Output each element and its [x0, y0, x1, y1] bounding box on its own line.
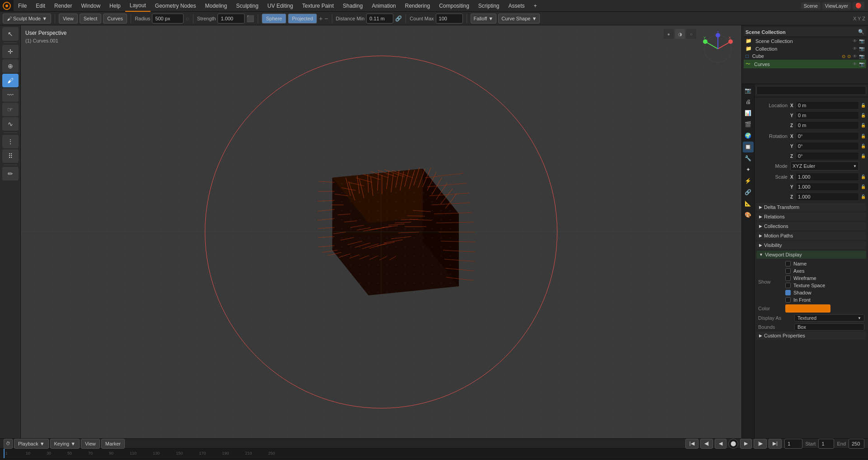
sphere-button[interactable]: Sphere — [262, 14, 286, 24]
location-y-value[interactable]: 0 m — [796, 111, 859, 119]
step-back-btn[interactable]: ◀| — [700, 439, 713, 449]
prop-object-icon[interactable]: 🔲 — [743, 142, 754, 152]
rotation-x-lock[interactable]: 🔓 — [860, 133, 866, 139]
tool-paint[interactable]: 🖌 — [2, 74, 19, 87]
menu-render[interactable]: Render — [50, 0, 76, 12]
rotation-z-value[interactable]: 0° — [796, 152, 859, 160]
prop-physics-icon[interactable]: ⚡ — [743, 175, 754, 186]
prop-view-icon[interactable]: 📊 — [743, 108, 754, 119]
menu-layout[interactable]: Layout — [125, 0, 151, 12]
visibility-section[interactable]: ▶ Visibility — [756, 241, 866, 249]
menu-help[interactable]: Help — [105, 0, 125, 12]
tool-cursor[interactable]: ✛ — [2, 45, 19, 58]
play-fwd-btn[interactable]: ▶ — [740, 439, 752, 449]
scale-x-value[interactable]: 1.000 — [796, 173, 859, 181]
view-layer-selector[interactable]: ViewLayer — [822, 2, 851, 9]
strength-value[interactable]: 1.000 — [217, 14, 245, 24]
scale-x-lock[interactable]: 🔓 — [860, 174, 866, 180]
timeline-bar[interactable]: 1 10 30 50 70 90 110 130 150 170 190 210… — [0, 449, 868, 458]
timeline-playback-btn[interactable]: Playback ▼ — [14, 439, 49, 449]
props-search-input[interactable] — [756, 86, 866, 95]
prop-render-icon[interactable]: 📷 — [743, 85, 754, 96]
outliner-scene-collection[interactable]: 📁 Scene Collection 👁 📷 — [744, 37, 866, 45]
menu-rendering[interactable]: Rendering — [401, 0, 434, 12]
collection-camera-icon[interactable]: 📷 — [859, 46, 864, 51]
viewport-shading-material[interactable]: ◑ — [675, 29, 685, 39]
radius-value[interactable]: 500 px — [152, 14, 184, 24]
prop-data-icon[interactable]: 📐 — [743, 198, 754, 209]
location-x-value[interactable]: 0 m — [796, 101, 859, 109]
custom-properties-section[interactable]: ▶ Custom Properties — [756, 332, 866, 340]
relations-section[interactable]: ▶ Relations — [756, 213, 866, 221]
tool-snake[interactable]: ∿ — [2, 117, 19, 131]
prop-constraints-icon[interactable]: 🔗 — [743, 187, 754, 198]
eye-icon[interactable]: 👁 — [853, 38, 857, 43]
viewport-gizmo[interactable]: X Y Z — [700, 31, 736, 67]
bounds-value[interactable]: Box — [794, 323, 864, 331]
viewport-shading-solid[interactable]: ● — [664, 29, 674, 39]
jump-end-btn[interactable]: ▶| — [769, 439, 782, 449]
scale-z-value[interactable]: 1.000 — [796, 193, 859, 201]
start-frame-input[interactable]: 1 — [818, 439, 834, 449]
shadow-checkbox[interactable] — [785, 290, 791, 295]
location-y-lock[interactable]: 🔓 — [860, 112, 866, 119]
menu-animation[interactable]: Animation — [367, 0, 400, 12]
delta-transform-section[interactable]: ▶ Delta Transform — [756, 203, 866, 211]
view-button[interactable]: View — [59, 14, 78, 24]
prop-output-icon[interactable]: 🖨 — [743, 96, 754, 107]
prop-scene-icon[interactable]: 🎬 — [743, 119, 754, 130]
falloff-dropdown[interactable]: Falloff ▼ — [471, 14, 497, 24]
play-back-btn[interactable]: ◀ — [715, 439, 726, 449]
distance-min-value[interactable]: 0.11 m — [366, 14, 393, 24]
axes-checkbox[interactable] — [785, 268, 791, 274]
count-max-value[interactable]: 100 — [436, 14, 463, 24]
name-checkbox[interactable] — [785, 261, 791, 266]
render-engine[interactable]: 🔴 — [853, 2, 864, 9]
menu-modeling[interactable]: Modeling — [201, 0, 232, 12]
scene-selector[interactable]: Scene — [801, 2, 821, 9]
motion-paths-section[interactable]: ▶ Motion Paths — [756, 232, 866, 240]
menu-add-workspace[interactable]: + — [529, 0, 542, 12]
rotation-x-value[interactable]: 0° — [796, 132, 859, 140]
color-swatch[interactable] — [785, 304, 830, 313]
rotation-y-lock[interactable]: 🔓 — [860, 143, 866, 149]
curves-eye-icon[interactable]: 👁 — [853, 62, 857, 66]
timeline-keying-btn[interactable]: Keying ▼ — [50, 439, 80, 449]
rotation-y-value[interactable]: 0° — [796, 142, 859, 150]
prop-modifiers-icon[interactable]: 🔧 — [743, 153, 754, 164]
end-frame-input[interactable]: 250 — [849, 439, 864, 449]
collections-section[interactable]: ▶ Collections — [756, 222, 866, 230]
curves-camera-icon[interactable]: 📷 — [859, 62, 864, 66]
menu-edit[interactable]: Edit — [31, 0, 50, 12]
tool-annotate[interactable]: ✏ — [2, 167, 19, 180]
menu-geometry-nodes[interactable]: Geometry Nodes — [151, 0, 201, 12]
outliner-filter-icon[interactable]: 🔍 — [858, 29, 864, 35]
viewport-display-section[interactable]: ▼ Viewport Display — [756, 251, 866, 259]
tool-select[interactable]: ↖ — [2, 27, 19, 41]
texture-space-checkbox[interactable] — [785, 283, 791, 288]
timeline-mode[interactable]: ⏱ — [4, 439, 13, 449]
curves-button[interactable]: Curves — [103, 14, 127, 24]
scale-y-lock[interactable]: 🔓 — [860, 184, 866, 190]
tool-density[interactable]: ⠿ — [2, 149, 19, 163]
display-as-dropdown[interactable]: Textured ▼ — [794, 314, 864, 322]
camera-icon[interactable]: 📷 — [859, 38, 864, 43]
in-front-checkbox[interactable] — [785, 297, 791, 303]
menu-scripting[interactable]: Scripting — [474, 0, 504, 12]
curve-shape-dropdown[interactable]: Curve Shape ▼ — [498, 14, 540, 24]
prop-particles-icon[interactable]: ✦ — [743, 164, 754, 175]
tool-smooth[interactable]: 〰 — [2, 88, 19, 102]
tool-comb[interactable]: ⋮ — [2, 135, 19, 148]
tool-move[interactable]: ⊕ — [2, 59, 19, 73]
prop-material-icon[interactable]: 🎨 — [743, 209, 754, 220]
menu-assets[interactable]: Assets — [504, 0, 529, 12]
menu-window[interactable]: Window — [76, 0, 105, 12]
select-button[interactable]: Select — [80, 14, 102, 24]
collection-eye-icon[interactable]: 👁 — [853, 46, 857, 51]
scale-y-value[interactable]: 1.000 — [796, 183, 859, 191]
projected-button[interactable]: Projected — [288, 14, 317, 24]
menu-texture-paint[interactable]: Texture Paint — [297, 0, 338, 12]
timeline-view-btn[interactable]: View — [81, 439, 100, 449]
stop-btn[interactable]: ⬤ — [728, 439, 738, 449]
cube-camera2-icon[interactable]: 📷 — [859, 54, 864, 59]
